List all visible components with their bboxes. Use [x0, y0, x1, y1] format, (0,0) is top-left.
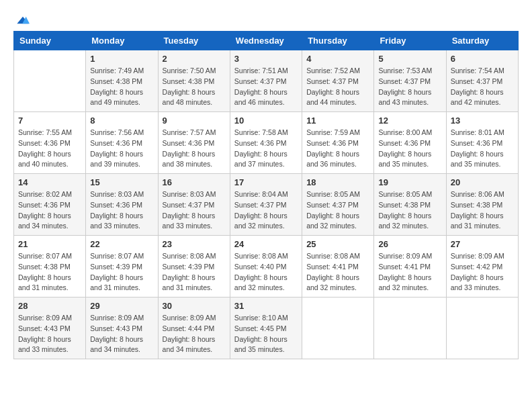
calendar-week-1: 1Sunrise: 7:49 AMSunset: 4:38 PMDaylight…: [14, 50, 519, 112]
day-number: 16: [163, 177, 226, 187]
day-number: 25: [306, 239, 369, 249]
day-info: Sunrise: 8:06 AMSunset: 4:38 PMDaylight:…: [451, 189, 514, 232]
calendar-week-4: 21Sunrise: 8:07 AMSunset: 4:38 PMDayligh…: [14, 236, 519, 298]
calendar-cell: 15Sunrise: 8:03 AMSunset: 4:36 PMDayligh…: [86, 174, 158, 236]
day-number: 18: [306, 177, 369, 187]
day-info: Sunrise: 8:07 AMSunset: 4:38 PMDaylight:…: [18, 251, 81, 293]
day-number: 5: [378, 54, 441, 64]
day-number: 8: [90, 116, 153, 126]
day-number: 14: [18, 177, 81, 187]
calendar-cell: 21Sunrise: 8:07 AMSunset: 4:38 PMDayligh…: [14, 236, 86, 298]
day-info: Sunrise: 8:01 AMSunset: 4:36 PMDaylight:…: [451, 128, 514, 170]
calendar-cell: [446, 298, 518, 359]
day-number: 9: [163, 116, 226, 126]
calendar-cell: [374, 298, 446, 359]
day-info: Sunrise: 8:09 AMSunset: 4:41 PMDaylight:…: [378, 251, 441, 293]
day-number: 15: [90, 177, 153, 187]
calendar-header-friday: Friday: [374, 32, 446, 50]
calendar-header-wednesday: Wednesday: [230, 32, 302, 50]
day-info: Sunrise: 7:50 AMSunset: 4:38 PMDaylight:…: [163, 66, 226, 108]
day-number: 28: [18, 301, 81, 311]
calendar: SundayMondayTuesdayWednesdayThursdayFrid…: [13, 31, 519, 359]
day-info: Sunrise: 7:57 AMSunset: 4:36 PMDaylight:…: [163, 128, 226, 170]
calendar-cell: 31Sunrise: 8:10 AMSunset: 4:45 PMDayligh…: [230, 298, 302, 359]
calendar-header-monday: Monday: [86, 32, 158, 50]
calendar-cell: 19Sunrise: 8:05 AMSunset: 4:38 PMDayligh…: [374, 174, 446, 236]
calendar-cell: 24Sunrise: 8:08 AMSunset: 4:40 PMDayligh…: [230, 236, 302, 298]
calendar-cell: 22Sunrise: 8:07 AMSunset: 4:39 PMDayligh…: [86, 236, 158, 298]
calendar-cell: 5Sunrise: 7:53 AMSunset: 4:37 PMDaylight…: [374, 50, 446, 112]
calendar-cell: 7Sunrise: 7:55 AMSunset: 4:36 PMDaylight…: [14, 112, 86, 174]
calendar-cell: 12Sunrise: 8:00 AMSunset: 4:36 PMDayligh…: [374, 112, 446, 174]
day-info: Sunrise: 8:05 AMSunset: 4:37 PMDaylight:…: [306, 189, 369, 232]
day-info: Sunrise: 8:03 AMSunset: 4:36 PMDaylight:…: [90, 189, 153, 232]
day-number: 29: [90, 301, 153, 311]
calendar-cell: [14, 50, 86, 112]
day-number: 19: [378, 177, 441, 187]
day-number: 1: [90, 54, 153, 64]
day-number: 13: [451, 116, 514, 126]
day-info: Sunrise: 8:09 AMSunset: 4:43 PMDaylight:…: [18, 313, 81, 355]
day-number: 12: [378, 116, 441, 126]
calendar-cell: 8Sunrise: 7:56 AMSunset: 4:36 PMDaylight…: [86, 112, 158, 174]
day-number: 3: [234, 54, 298, 64]
calendar-week-2: 7Sunrise: 7:55 AMSunset: 4:36 PMDaylight…: [14, 112, 519, 174]
day-info: Sunrise: 7:51 AMSunset: 4:37 PMDaylight:…: [234, 66, 298, 108]
day-number: 4: [306, 54, 369, 64]
day-info: Sunrise: 8:05 AMSunset: 4:38 PMDaylight:…: [378, 189, 441, 232]
day-number: 10: [234, 116, 298, 126]
calendar-cell: 18Sunrise: 8:05 AMSunset: 4:37 PMDayligh…: [302, 174, 374, 236]
calendar-cell: 23Sunrise: 8:08 AMSunset: 4:39 PMDayligh…: [158, 236, 230, 298]
calendar-cell: 29Sunrise: 8:09 AMSunset: 4:43 PMDayligh…: [86, 298, 158, 359]
day-info: Sunrise: 8:00 AMSunset: 4:36 PMDaylight:…: [378, 128, 441, 170]
calendar-cell: 25Sunrise: 8:08 AMSunset: 4:41 PMDayligh…: [302, 236, 374, 298]
calendar-cell: 16Sunrise: 8:03 AMSunset: 4:37 PMDayligh…: [158, 174, 230, 236]
calendar-week-3: 14Sunrise: 8:02 AMSunset: 4:36 PMDayligh…: [14, 174, 519, 236]
day-number: 31: [234, 301, 298, 311]
calendar-week-5: 28Sunrise: 8:09 AMSunset: 4:43 PMDayligh…: [14, 298, 519, 359]
day-info: Sunrise: 7:52 AMSunset: 4:37 PMDaylight:…: [306, 66, 369, 108]
calendar-cell: 26Sunrise: 8:09 AMSunset: 4:41 PMDayligh…: [374, 236, 446, 298]
day-number: 24: [234, 239, 298, 249]
calendar-cell: 14Sunrise: 8:02 AMSunset: 4:36 PMDayligh…: [14, 174, 86, 236]
calendar-cell: 28Sunrise: 8:09 AMSunset: 4:43 PMDayligh…: [14, 298, 86, 359]
calendar-cell: [302, 298, 374, 359]
calendar-cell: 6Sunrise: 7:54 AMSunset: 4:37 PMDaylight…: [446, 50, 518, 112]
day-info: Sunrise: 8:09 AMSunset: 4:42 PMDaylight:…: [451, 251, 514, 293]
day-number: 7: [18, 116, 81, 126]
calendar-cell: 20Sunrise: 8:06 AMSunset: 4:38 PMDayligh…: [446, 174, 518, 236]
day-info: Sunrise: 7:56 AMSunset: 4:36 PMDaylight:…: [90, 128, 153, 170]
day-info: Sunrise: 7:59 AMSunset: 4:36 PMDaylight:…: [306, 128, 369, 170]
calendar-cell: 27Sunrise: 8:09 AMSunset: 4:42 PMDayligh…: [446, 236, 518, 298]
calendar-cell: 11Sunrise: 7:59 AMSunset: 4:36 PMDayligh…: [302, 112, 374, 174]
day-info: Sunrise: 8:07 AMSunset: 4:39 PMDaylight:…: [90, 251, 153, 293]
calendar-cell: 9Sunrise: 7:57 AMSunset: 4:36 PMDaylight…: [158, 112, 230, 174]
calendar-header-row: SundayMondayTuesdayWednesdayThursdayFrid…: [14, 32, 519, 50]
day-number: 27: [451, 239, 514, 249]
day-info: Sunrise: 8:09 AMSunset: 4:44 PMDaylight:…: [163, 313, 226, 355]
day-info: Sunrise: 8:04 AMSunset: 4:37 PMDaylight:…: [234, 189, 298, 232]
calendar-cell: 3Sunrise: 7:51 AMSunset: 4:37 PMDaylight…: [230, 50, 302, 112]
calendar-cell: 17Sunrise: 8:04 AMSunset: 4:37 PMDayligh…: [230, 174, 302, 236]
calendar-cell: 4Sunrise: 7:52 AMSunset: 4:37 PMDaylight…: [302, 50, 374, 112]
calendar-header-saturday: Saturday: [446, 32, 518, 50]
page-header: [13, 13, 519, 24]
logo: [13, 13, 30, 24]
calendar-header-thursday: Thursday: [302, 32, 374, 50]
day-info: Sunrise: 8:10 AMSunset: 4:45 PMDaylight:…: [234, 313, 298, 355]
day-info: Sunrise: 8:09 AMSunset: 4:43 PMDaylight:…: [90, 313, 153, 355]
calendar-header-tuesday: Tuesday: [158, 32, 230, 50]
calendar-cell: 13Sunrise: 8:01 AMSunset: 4:36 PMDayligh…: [446, 112, 518, 174]
day-info: Sunrise: 8:08 AMSunset: 4:41 PMDaylight:…: [306, 251, 369, 293]
day-info: Sunrise: 7:53 AMSunset: 4:37 PMDaylight:…: [378, 66, 441, 108]
day-info: Sunrise: 8:03 AMSunset: 4:37 PMDaylight:…: [163, 189, 226, 232]
day-number: 21: [18, 239, 81, 249]
calendar-cell: 2Sunrise: 7:50 AMSunset: 4:38 PMDaylight…: [158, 50, 230, 112]
calendar-header-sunday: Sunday: [14, 32, 86, 50]
logo-icon: [16, 13, 30, 27]
day-number: 30: [163, 301, 226, 311]
day-info: Sunrise: 7:55 AMSunset: 4:36 PMDaylight:…: [18, 128, 81, 170]
day-number: 6: [451, 54, 514, 64]
calendar-cell: 1Sunrise: 7:49 AMSunset: 4:38 PMDaylight…: [86, 50, 158, 112]
day-info: Sunrise: 8:08 AMSunset: 4:39 PMDaylight:…: [163, 251, 226, 293]
